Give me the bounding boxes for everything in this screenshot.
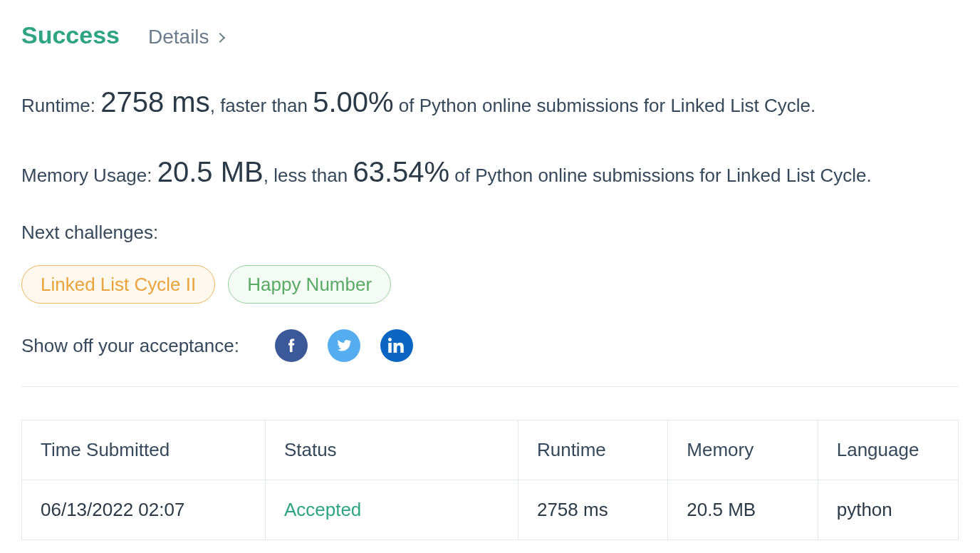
twitter-icon (335, 337, 353, 354)
details-label: Details (148, 26, 209, 48)
runtime-stat-line: Runtime: 2758 ms, faster than 5.00% of P… (21, 82, 959, 122)
divider (21, 386, 959, 387)
col-header-status: Status (265, 420, 518, 480)
col-header-runtime: Runtime (518, 420, 667, 480)
runtime-value: 2758 ms (100, 86, 209, 118)
memory-mid: , less than (264, 165, 353, 186)
result-header: Success Details (21, 21, 959, 49)
challenge-pill-row: Linked List Cycle II Happy Number (21, 265, 959, 304)
share-label: Show off your acceptance: (21, 335, 239, 357)
col-header-language: Language (818, 420, 958, 480)
memory-percent: 63.54% (353, 156, 449, 187)
runtime-mid: , faster than (210, 95, 313, 116)
cell-time: 06/13/2022 02:07 (22, 480, 266, 540)
table-row: 06/13/2022 02:07 Accepted 2758 ms 20.5 M… (22, 480, 959, 540)
cell-language: python (818, 480, 958, 540)
cell-status: Accepted (265, 480, 518, 540)
runtime-prefix: Runtime: (21, 95, 100, 116)
chevron-right-icon (215, 33, 225, 43)
table-header-row: Time Submitted Status Runtime Memory Lan… (22, 420, 959, 480)
memory-stat-line: Memory Usage: 20.5 MB, less than 63.54% … (21, 152, 959, 192)
challenge-happy-number[interactable]: Happy Number (228, 265, 391, 304)
facebook-icon (283, 337, 300, 354)
details-link[interactable]: Details (148, 26, 224, 48)
memory-value: 20.5 MB (157, 156, 264, 187)
cell-memory: 20.5 MB (668, 480, 818, 540)
memory-prefix: Memory Usage: (21, 165, 157, 186)
next-challenges-label: Next challenges: (21, 222, 959, 244)
linkedin-share-button[interactable] (380, 329, 413, 362)
challenge-linked-list-cycle-ii[interactable]: Linked List Cycle II (21, 265, 215, 304)
success-label: Success (21, 21, 120, 49)
facebook-share-button[interactable] (275, 329, 308, 362)
twitter-share-button[interactable] (328, 329, 360, 362)
share-row: Show off your acceptance: (21, 329, 959, 362)
memory-suffix: of Python online submissions for Linked … (449, 165, 872, 186)
cell-runtime: 2758 ms (518, 480, 667, 540)
submissions-table: Time Submitted Status Runtime Memory Lan… (21, 420, 959, 540)
status-accepted-link[interactable]: Accepted (284, 499, 361, 520)
runtime-percent: 5.00% (313, 86, 393, 118)
runtime-suffix: of Python online submissions for Linked … (394, 95, 816, 116)
social-icons (275, 329, 413, 362)
col-header-memory: Memory (668, 420, 818, 480)
linkedin-icon (388, 337, 405, 354)
col-header-time: Time Submitted (22, 420, 266, 480)
